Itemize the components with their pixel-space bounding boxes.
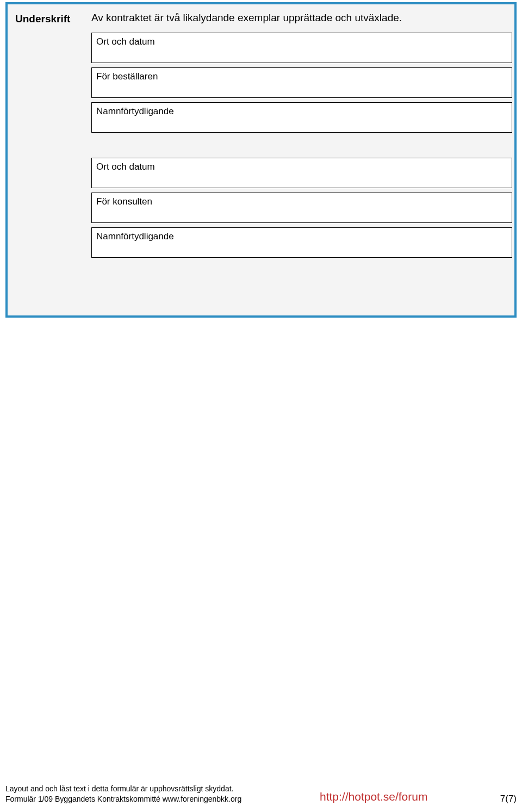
section-header-row: Underskrift Av kontraktet är två likalyd… [15, 12, 507, 25]
signature-panel: Underskrift Av kontraktet är två likalyd… [5, 2, 517, 318]
field-ort-datum-1[interactable]: Ort och datum [91, 33, 512, 63]
footer-link[interactable]: http://hotpot.se/forum [320, 790, 427, 803]
footer-copyright: Layout and och låst text i detta formulä… [5, 784, 517, 804]
footer-line-2: Formulär 1/09 Byggandets Kontraktskommit… [5, 794, 517, 804]
field-for-konsulten[interactable]: För konsulten [91, 193, 512, 223]
field-ort-datum-2[interactable]: Ort och datum [91, 158, 512, 188]
page-number: 7(7) [500, 794, 517, 804]
section-title: Underskrift [15, 12, 91, 25]
document-page: Underskrift Av kontraktet är två likalyd… [0, 0, 522, 812]
section-intro: Av kontraktet är två likalydande exempla… [91, 12, 402, 24]
signature-fields-column: Ort och datum För beställaren Namnförtyd… [91, 33, 507, 258]
page-footer: Layout and och låst text i detta formulä… [5, 784, 517, 804]
field-namnfortydligande-2[interactable]: Namnförtydligande [91, 227, 512, 258]
footer-line-1: Layout and och låst text i detta formulä… [5, 784, 517, 794]
field-namnfortydligande-1[interactable]: Namnförtydligande [91, 102, 512, 133]
group-gap [91, 137, 507, 158]
field-for-bestallaren[interactable]: För beställaren [91, 67, 512, 98]
